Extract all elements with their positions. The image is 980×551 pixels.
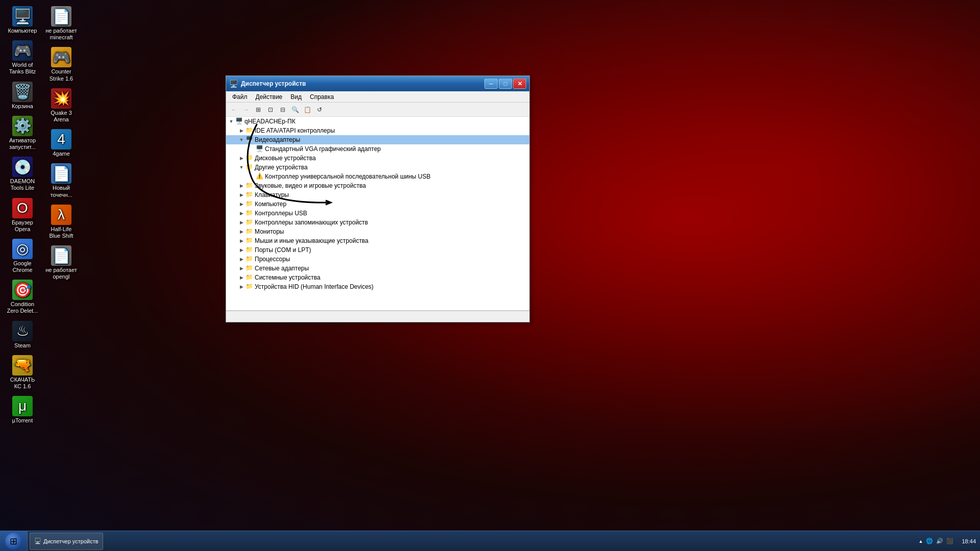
tree-label-ide: IDE ATA/ATAPI контроллеры (255, 127, 335, 134)
icon-image-opera: O (12, 198, 33, 218)
tree-label-storage: Контроллеры запоминающих устройств (255, 219, 368, 226)
icon-image-wotb: 🎮 (12, 40, 33, 61)
tree-node-usb_ctrl[interactable]: ⚠️Контроллер универсальной последователь… (226, 172, 529, 181)
menu-bar: ФайлДействиеВидСправка (226, 91, 529, 103)
close-button[interactable]: ✕ (513, 79, 526, 89)
desktop-icon-computer[interactable]: 🖥️ Компьютер (4, 4, 41, 36)
tree-node-ports[interactable]: ▶📁Порты (COM и LPT) (226, 245, 529, 255)
tree-node-storage[interactable]: ▶📁Контроллеры запоминающих устройств (226, 218, 529, 227)
icon-label-wotb: World of Tanks Blitz (6, 62, 39, 75)
menu-item-вид[interactable]: Вид (286, 92, 306, 102)
toolbar-btn-forward[interactable]: → (240, 104, 252, 115)
taskbar-item-devmgr[interactable]: 🖥️Диспетчер устройств (30, 533, 103, 550)
tree-arrow-audio[interactable]: ▶ (238, 183, 244, 189)
tree-node-root[interactable]: ▼🖥️qHEADACHEр-ПК (226, 117, 529, 126)
taskbar: ⊞ 🖥️Диспетчер устройств ▲ 🌐 🔊 ⬛ 18:44 (0, 531, 980, 551)
desktop-icon-daemon[interactable]: 💿 DAEMON Tools Lite (4, 155, 41, 193)
tree-arrow-storage[interactable]: ▶ (238, 219, 244, 226)
tree-node-hid[interactable]: ▶📁Устройства HID (Human Interface Device… (226, 282, 529, 291)
tree-arrow-disk[interactable]: ▶ (238, 155, 244, 161)
tree-arrow-mice[interactable]: ▶ (238, 238, 244, 244)
tree-arrow-computer_cat[interactable]: ▶ (238, 201, 244, 207)
icon-image-activator: ⚙️ (12, 116, 33, 136)
tray-arrow[interactable]: ▲ (919, 539, 923, 544)
desktop-icon-chrome[interactable]: ◎ Google Chrome (4, 237, 41, 276)
maximize-button[interactable]: □ (499, 79, 512, 89)
toolbar-btn-scan[interactable]: ⊡ (265, 104, 276, 115)
tree-icon-monitors: 📁 (246, 228, 254, 236)
window-titlebar[interactable]: 🖥️ Диспетчер устройств ─ □ ✕ (226, 76, 529, 91)
icon-image-counterstrike: 🎮 (51, 47, 71, 67)
toolbar-btn-back[interactable]: ← (228, 104, 239, 115)
desktop-icon-wotb[interactable]: 🎮 World of Tanks Blitz (4, 38, 41, 77)
tree-label-system: Системные устройства (255, 274, 321, 281)
toolbar-btn-search[interactable]: 🔍 (289, 104, 301, 115)
desktop-icon-counterstrike[interactable]: 🎮 Counter Strike 1.6 (43, 45, 80, 84)
tree-node-usb[interactable]: ▶📁Контроллеры USB (226, 209, 529, 218)
menu-item-действие[interactable]: Действие (252, 92, 287, 102)
tree-arrow-net[interactable]: ▶ (238, 265, 244, 271)
tree-icon-audio: 📁 (246, 182, 254, 190)
tree-node-mice[interactable]: ▶📁Мыши и иные указывающие устройства (226, 236, 529, 245)
tree-arrow-system[interactable]: ▶ (238, 274, 244, 281)
menu-item-файл[interactable]: Файл (228, 92, 252, 102)
tree-node-keyboard[interactable]: ▶📁Клавиатуры (226, 190, 529, 199)
tree-node-system[interactable]: ▶📁Системные устройства (226, 273, 529, 282)
toolbar-btn-refresh[interactable]: ↺ (314, 104, 325, 115)
tree-node-video[interactable]: ▼🖥️Видеоадаптеры (226, 135, 529, 144)
tree-icon-mice: 📁 (246, 237, 254, 245)
tree-icon-vga: 🖥️ (256, 145, 264, 153)
tree-label-usb_ctrl: Контроллер универсальной последовательно… (265, 173, 430, 180)
tree-arrow-cpu[interactable]: ▶ (238, 256, 244, 262)
tree-node-vga[interactable]: 🖥️Стандартный VGA графический адаптер (226, 144, 529, 154)
tree-arrow-hid[interactable]: ▶ (238, 284, 244, 290)
desktop-icon-steam[interactable]: ♨ Steam (4, 319, 41, 351)
desktop-icon-condition[interactable]: 🎯 Condition Zero Delet... (4, 278, 41, 316)
desktop-icon-opera[interactable]: O Браузер Opera (4, 196, 41, 235)
tree-node-other[interactable]: ▼📁Другие устройства (226, 163, 529, 172)
toolbar-btn-properties[interactable]: ⊞ (253, 104, 264, 115)
device-tree[interactable]: ▼🖥️qHEADACHEр-ПК▶📁IDE ATA/ATAPI контролл… (226, 117, 529, 311)
desktop-icon-activator[interactable]: ⚙️ Активатор запустит... (4, 114, 41, 153)
tree-node-disk[interactable]: ▶📁Дисковые устройства (226, 154, 529, 163)
tree-label-video: Видеоадаптеры (255, 136, 300, 143)
desktop-icon-utorrent[interactable]: μ µTorrent (4, 394, 41, 426)
tree-arrow-ports[interactable]: ▶ (238, 247, 244, 253)
tree-node-net[interactable]: ▶📁Сетевые адаптеры (226, 264, 529, 273)
icon-label-opera: Браузер Opera (6, 219, 39, 233)
start-button[interactable]: ⊞ (0, 531, 28, 552)
minimize-button[interactable]: ─ (484, 79, 498, 89)
tree-node-audio[interactable]: ▶📁Звуковые, видео и игровые устройства (226, 181, 529, 190)
desktop-icon-csgo[interactable]: 🔫 СКАЧАТЬ КС 1.6 (4, 353, 41, 392)
icon-label-computer: Компьютер (8, 28, 37, 34)
desktop-icon-newpoint[interactable]: 📄 Новый точечн... (43, 161, 80, 200)
tree-icon-cpu: 📁 (246, 255, 254, 263)
desktop-icon-4game[interactable]: 4 4game (43, 127, 80, 159)
icon-label-nowork: не работает opengl (45, 267, 78, 280)
desktop-icon-quake[interactable]: 💥 Quake 3 Arena (43, 86, 80, 125)
tree-arrow-monitors[interactable]: ▶ (238, 229, 244, 235)
tree-arrow-root[interactable]: ▼ (228, 118, 234, 124)
desktop-icon-halflife[interactable]: λ Half-Life Blue Shift (43, 203, 80, 241)
toolbar-btn-remove[interactable]: ⊟ (277, 104, 288, 115)
desktop-icon-nowork[interactable]: 📄 не работает opengl (43, 243, 80, 282)
icon-label-halflife: Half-Life Blue Shift (45, 226, 78, 239)
tree-node-monitors[interactable]: ▶📁Мониторы (226, 227, 529, 236)
taskbar-clock[interactable]: 18:44 (958, 538, 980, 544)
tree-icon-net: 📁 (246, 264, 254, 272)
tree-arrow-ide[interactable]: ▶ (238, 128, 244, 134)
icon-label-quake: Quake 3 Arena (45, 110, 78, 123)
tree-arrow-keyboard[interactable]: ▶ (238, 192, 244, 198)
tree-arrow-video[interactable]: ▼ (238, 137, 244, 143)
tree-icon-computer_cat: 📁 (246, 200, 254, 208)
menu-item-справка[interactable]: Справка (306, 92, 338, 102)
icon-label-daemon: DAEMON Tools Lite (6, 178, 39, 191)
tree-arrow-other[interactable]: ▼ (238, 164, 244, 170)
toolbar-btn-print[interactable]: 📋 (302, 104, 313, 115)
tree-node-computer_cat[interactable]: ▶📁Компьютер (226, 199, 529, 209)
desktop-icon-trash[interactable]: 🗑️ Корзина (4, 80, 41, 112)
tree-node-ide[interactable]: ▶📁IDE ATA/ATAPI контроллеры (226, 126, 529, 135)
desktop-icon-minecraft[interactable]: 📄 не работает minecraft (43, 4, 80, 43)
tree-arrow-usb[interactable]: ▶ (238, 210, 244, 216)
tree-node-cpu[interactable]: ▶📁Процессоры (226, 255, 529, 264)
